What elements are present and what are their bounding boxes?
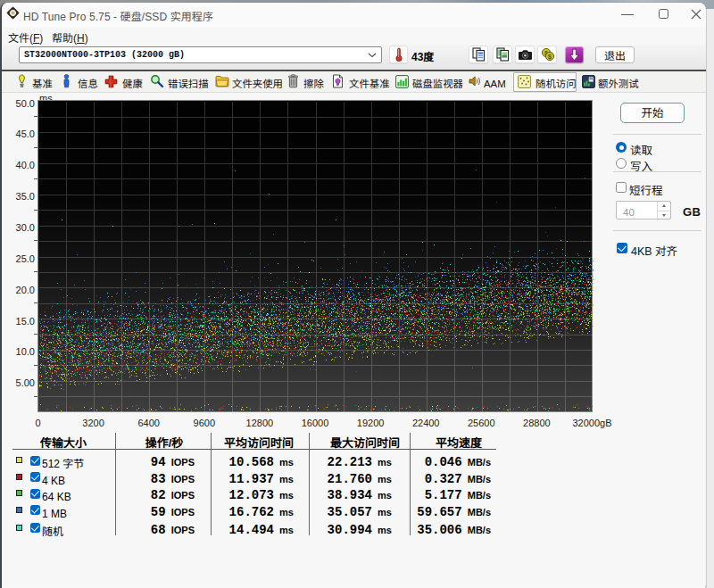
svg-text:$: $ <box>548 54 552 61</box>
